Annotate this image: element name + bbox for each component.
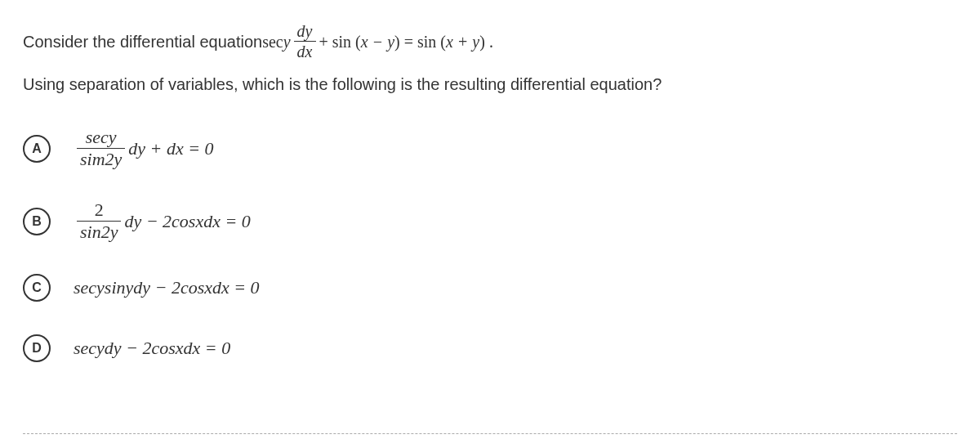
question-line-1: Consider the differential equation secy … [23,23,957,60]
plus-sin-open: + sin ( [319,30,361,53]
option-a-fraction: secy sim2y [77,128,125,168]
frac-num: dy [294,23,316,41]
option-b-frac-num: 2 [91,201,107,221]
option-b-rest: dy − 2cosxdx = 0 [124,211,250,232]
close-eq-sin: ) = sin ( [394,30,446,53]
option-a-frac-den: sim2y [77,148,125,168]
option-d[interactable]: D secydy − 2cosxdx = 0 [23,334,957,362]
separator-line [23,433,957,434]
option-a-rest: dy + dx = 0 [128,138,213,159]
option-a-letter: A [23,135,51,163]
option-a[interactable]: A secy sim2y dy + dx = 0 [23,128,957,168]
option-d-math: secydy − 2cosxdx = 0 [74,338,230,359]
question-line-2: Using separation of variables, which is … [23,73,957,96]
option-b[interactable]: B 2 sin2y dy − 2cosxdx = 0 [23,201,957,241]
equation: secy dy dx + sin (x − y) = sin (x + y) . [262,23,493,60]
options-list: A secy sim2y dy + dx = 0 B 2 sin2y dy − … [23,128,957,362]
dy-dx-fraction: dy dx [294,23,316,60]
option-b-letter: B [23,208,51,235]
option-c-math: secysinydy − 2cosxdx = 0 [74,277,260,298]
option-b-math: 2 sin2y dy − 2cosxdx = 0 [74,201,251,241]
option-d-letter: D [23,334,51,362]
option-b-frac-den: sin2y [77,221,121,241]
option-b-fraction: 2 sin2y [77,201,121,241]
x-plus-y: x + y [446,30,479,53]
question-container: Consider the differential equation secy … [0,0,980,362]
option-c-letter: C [23,274,51,302]
sec-text: sec [262,30,283,53]
y-var: y [283,30,291,53]
option-a-math: secy sim2y dy + dx = 0 [74,128,214,168]
question-prefix: Consider the differential equation [23,30,262,53]
option-c[interactable]: C secysinydy − 2cosxdx = 0 [23,274,957,302]
close-dot: ) . [479,30,493,53]
option-a-frac-num: secy [82,128,120,148]
frac-den: dx [294,41,316,60]
x-minus-y: x − y [361,30,394,53]
